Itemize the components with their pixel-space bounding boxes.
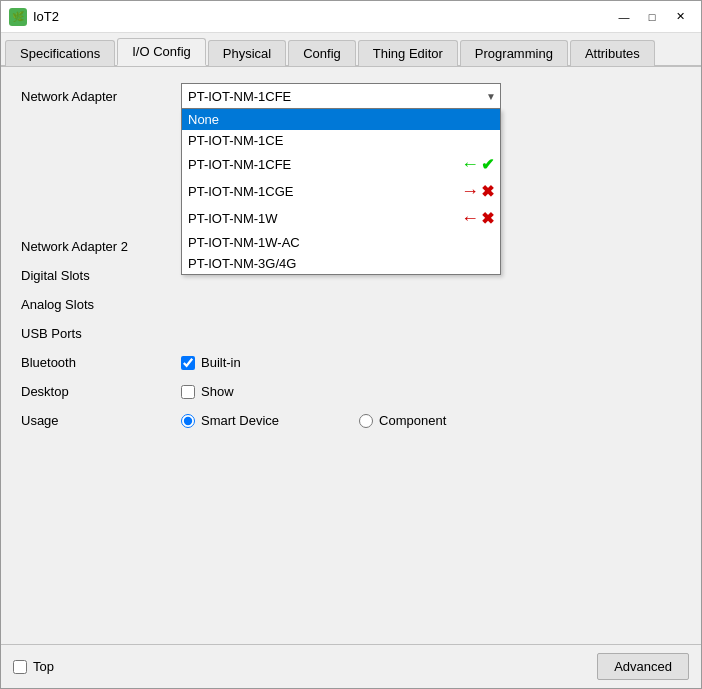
content-area: Network Adapter PT-IOT-NM-1CFE ▼ None PT…: [1, 67, 701, 644]
dropdown-item-1w-label: PT-IOT-NM-1W: [188, 211, 278, 226]
arrow-left-red-icon: ←: [461, 208, 479, 229]
dropdown-list: None PT-IOT-NM-1CE PT-IOT-NM-1CFE ← ✔ PT…: [181, 109, 501, 275]
desktop-checkbox-label[interactable]: Show: [201, 384, 234, 399]
arrow-right-red-icon: →: [461, 181, 479, 202]
analog-slots-label: Analog Slots: [21, 297, 181, 312]
analog-slots-row: Analog Slots: [21, 297, 681, 312]
advanced-button[interactable]: Advanced: [597, 653, 689, 680]
window-controls: — □ ✕: [611, 7, 693, 27]
tab-thing-editor[interactable]: Thing Editor: [358, 40, 458, 66]
dropdown-item-3g4g-label: PT-IOT-NM-3G/4G: [188, 256, 296, 271]
title-bar: 🌿 IoT2 — □ ✕: [1, 1, 701, 33]
dropdown-item-1cfe[interactable]: PT-IOT-NM-1CFE ← ✔: [182, 151, 500, 178]
usage-row: Usage Smart Device Component: [21, 413, 681, 428]
bluetooth-label: Bluetooth: [21, 355, 181, 370]
tab-io-config[interactable]: I/O Config: [117, 38, 206, 66]
network-adapter-label: Network Adapter: [21, 89, 181, 104]
close-button[interactable]: ✕: [667, 7, 693, 27]
tab-config[interactable]: Config: [288, 40, 356, 66]
dropdown-item-none-label: None: [188, 112, 219, 127]
network-adapter-dropdown-wrapper: PT-IOT-NM-1CFE ▼ None PT-IOT-NM-1CE PT-I…: [181, 83, 501, 109]
footer: Top Advanced: [1, 644, 701, 688]
usage-label: Usage: [21, 413, 181, 428]
usage-radio-row: Smart Device Component: [181, 413, 446, 428]
dropdown-item-1cge[interactable]: PT-IOT-NM-1CGE → ✖: [182, 178, 500, 205]
network-adapter-dropdown[interactable]: PT-IOT-NM-1CFE ▼: [181, 83, 501, 109]
desktop-row: Desktop Show: [21, 384, 681, 399]
bluetooth-checkbox[interactable]: [181, 356, 195, 370]
dropdown-item-1cge-label: PT-IOT-NM-1CGE: [188, 184, 293, 199]
network-adapter2-label: Network Adapter 2: [21, 239, 181, 254]
dropdown-item-1ce[interactable]: PT-IOT-NM-1CE: [182, 130, 500, 151]
digital-slots-label: Digital Slots: [21, 268, 181, 283]
main-window: 🌿 IoT2 — □ ✕ Specifications I/O Config P…: [0, 0, 702, 689]
usage-smart-device-radio[interactable]: [181, 414, 195, 428]
bluetooth-checkbox-row: Built-in: [181, 355, 241, 370]
tab-physical[interactable]: Physical: [208, 40, 286, 66]
dropdown-item-1w[interactable]: PT-IOT-NM-1W ← ✖: [182, 205, 500, 232]
dropdown-item-none[interactable]: None: [182, 109, 500, 130]
tab-attributes[interactable]: Attributes: [570, 40, 655, 66]
usage-component-label: Component: [379, 413, 446, 428]
footer-left: Top: [13, 659, 54, 674]
minimize-button[interactable]: —: [611, 7, 637, 27]
window-title: IoT2: [33, 9, 611, 24]
dropdown-item-1cfe-label: PT-IOT-NM-1CFE: [188, 157, 291, 172]
tab-programming[interactable]: Programming: [460, 40, 568, 66]
x-red-icon: ✖: [481, 182, 494, 201]
desktop-checkbox-row: Show: [181, 384, 234, 399]
usage-smart-device-label: Smart Device: [201, 413, 279, 428]
bluetooth-row: Bluetooth Built-in: [21, 355, 681, 370]
app-icon: 🌿: [9, 8, 27, 26]
dropdown-selected-value: PT-IOT-NM-1CFE: [188, 89, 291, 104]
usage-smart-device-option[interactable]: Smart Device: [181, 413, 279, 428]
tab-specifications[interactable]: Specifications: [5, 40, 115, 66]
top-checkbox-label[interactable]: Top: [33, 659, 54, 674]
dropdown-item-1w-ac[interactable]: PT-IOT-NM-1W-AC: [182, 232, 500, 253]
dropdown-item-1ce-label: PT-IOT-NM-1CE: [188, 133, 283, 148]
x2-red-icon: ✖: [481, 209, 494, 228]
tab-bar: Specifications I/O Config Physical Confi…: [1, 33, 701, 67]
top-checkbox[interactable]: [13, 660, 27, 674]
usage-component-radio[interactable]: [359, 414, 373, 428]
usage-component-option[interactable]: Component: [359, 413, 446, 428]
dropdown-item-3g4g[interactable]: PT-IOT-NM-3G/4G: [182, 253, 500, 274]
network-adapter-row: Network Adapter PT-IOT-NM-1CFE ▼ None PT…: [21, 83, 681, 109]
bluetooth-checkbox-label[interactable]: Built-in: [201, 355, 241, 370]
checkmark-green-icon: ✔: [481, 155, 494, 174]
desktop-label: Desktop: [21, 384, 181, 399]
desktop-checkbox[interactable]: [181, 385, 195, 399]
maximize-button[interactable]: □: [639, 7, 665, 27]
arrow-left-green-icon: ←: [461, 154, 479, 175]
usb-ports-label: USB Ports: [21, 326, 181, 341]
dropdown-item-1w-ac-label: PT-IOT-NM-1W-AC: [188, 235, 300, 250]
dropdown-arrow-icon: ▼: [486, 91, 496, 102]
usb-ports-row: USB Ports: [21, 326, 681, 341]
